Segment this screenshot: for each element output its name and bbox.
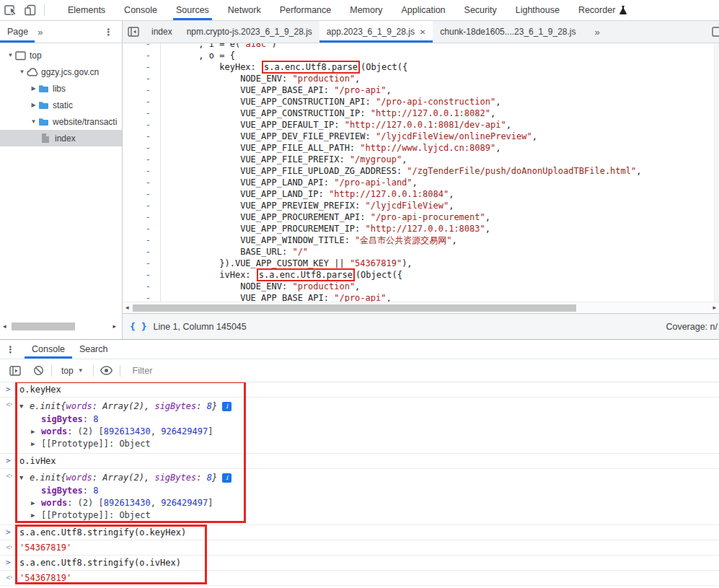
code-line: - VUE_APP_FILE_ALL_PATH: "http://www.lyj…: [123, 142, 719, 154]
drawer-menu-icon[interactable]: ⋮: [6, 340, 25, 359]
object-preview-text: {words: Array(2), sigBytes: 8}: [61, 472, 217, 483]
code-token: ,: [495, 97, 500, 107]
tab-performance[interactable]: Performance: [270, 0, 341, 20]
device-toolbar-icon[interactable]: [20, 0, 40, 20]
string-value: '54367819': [19, 573, 71, 583]
code-text: keyHex: s.a.enc.Utf8.parse(Object({: [160, 61, 407, 73]
tree-expand-icon[interactable]: ▶: [29, 85, 38, 92]
editor-vertical-scrollbar[interactable]: [714, 43, 719, 302]
file-tab-index[interactable]: index: [144, 21, 180, 43]
tree-item-website-transacti[interactable]: ▼website/transacti: [0, 113, 122, 130]
code-text: VUE_APP_BASE_API: "/pro-api",: [160, 292, 392, 302]
tree-item-libs[interactable]: ▶libs: [0, 80, 122, 97]
property-value: 8: [93, 413, 98, 426]
sidebar-horizontal-scrollbar[interactable]: ◂ ▸: [0, 321, 122, 332]
property-name: sigBytes: [41, 485, 83, 497]
gutter-mark: -: [123, 269, 160, 281]
code-token: VUE_APP_FILE_PREFIX:: [240, 154, 350, 164]
hide-navigator-icon[interactable]: [123, 21, 144, 43]
tab-lighthouse[interactable]: Lighthouse: [506, 0, 569, 20]
tab-sources[interactable]: Sources: [167, 0, 219, 20]
triangle-spacer: [31, 413, 41, 426]
expand-triangle-icon[interactable]: ▶: [31, 426, 41, 438]
tab-application[interactable]: Application: [392, 0, 454, 20]
scrollbar-thumb[interactable]: [12, 322, 75, 330]
tree-item-static[interactable]: ▶static: [0, 97, 122, 113]
context-label: top: [61, 366, 74, 376]
console-messages[interactable]: >o.keyHex<·▼e.init {words: Array(2), sig…: [0, 382, 719, 588]
clipped-panel-icon[interactable]: [712, 21, 719, 43]
tab-elements[interactable]: Elements: [58, 0, 115, 20]
scroll-right-icon[interactable]: ▸: [713, 303, 716, 312]
expand-triangle-icon[interactable]: ▶: [31, 497, 41, 509]
tree-item-index[interactable]: index: [0, 130, 122, 146]
expand-triangle-icon[interactable]: ▶: [31, 438, 41, 450]
tree-item-ggzy-jcs-gov-cn[interactable]: ▼ggzy.jcs.gov.cn: [0, 63, 122, 80]
scrollbar-thumb[interactable]: [133, 304, 576, 312]
tree-item-top[interactable]: ▼top: [0, 47, 122, 63]
drawer-tab-bar: ⋮ ConsoleSearch: [0, 340, 719, 359]
close-tab-icon[interactable]: ✕: [420, 28, 425, 36]
tree-item-label: index: [55, 133, 76, 144]
tree-item-label: website/transacti: [53, 117, 117, 127]
tab-network[interactable]: Network: [219, 0, 270, 20]
tab-memory[interactable]: Memory: [340, 0, 392, 20]
clear-console-icon[interactable]: [29, 365, 48, 376]
devtools-main-toolbar: ElementsConsoleSourcesNetworkPerformance…: [0, 0, 719, 21]
code-token: ,: [636, 166, 641, 176]
more-tabs-icon[interactable]: »: [35, 21, 45, 43]
editor-horizontal-scrollbar[interactable]: ◂ ▸: [123, 302, 719, 313]
object-preview[interactable]: ▼e.init {words: Array(2), sigBytes: 8}i: [19, 399, 231, 413]
code-token: "金昌市公共资源交易网": [355, 235, 451, 245]
gutter-mark: -: [123, 107, 160, 119]
expand-triangle-icon[interactable]: ▼: [19, 472, 30, 483]
console-sidebar-icon[interactable]: [6, 366, 25, 376]
expand-triangle-icon[interactable]: ▶: [31, 509, 41, 522]
scroll-left-icon[interactable]: ◂: [125, 303, 129, 312]
scroll-right-icon[interactable]: ▸: [113, 322, 116, 331]
tab-recorder[interactable]: Recorder: [569, 0, 636, 20]
context-selector[interactable]: top ▼: [61, 366, 84, 376]
object-preview[interactable]: ▼e.init {words: Array(2), sigBytes: 8}i: [19, 470, 231, 485]
code-token: "http://127.0.0.1:8084": [329, 189, 449, 199]
tab-label: Memory: [350, 5, 382, 15]
file-tab-npm-crypto-js-2023-6-1-9-28-js[interactable]: npm.crypto-js.2023_6_1_9_28.js: [180, 21, 319, 43]
navigator-menu-icon[interactable]: ⋮: [95, 21, 122, 43]
file-tab-app-2023-6-1-9-28-js[interactable]: app.2023_6_1_9_28.js✕: [319, 21, 433, 43]
filter-input[interactable]: [131, 365, 713, 377]
drawer-tab-search[interactable]: Search: [72, 340, 115, 359]
tree-collapse-icon[interactable]: ▼: [29, 118, 38, 125]
console-result-arrow-icon: <·: [0, 542, 19, 553]
pretty-print-icon[interactable]: { }: [130, 321, 146, 332]
tab-page[interactable]: Page: [0, 21, 35, 43]
chevron-down-icon: ▼: [78, 367, 84, 374]
expand-triangle-icon[interactable]: ▼: [19, 400, 30, 412]
code-token: ,: [355, 74, 360, 84]
code-token: "/pro-api": [334, 85, 386, 95]
filter-field[interactable]: [131, 365, 713, 377]
navigator-header: Page » ⋮: [0, 21, 123, 43]
console-result-object: <·▼e.init {words: Array(2), sigBytes: 8}…: [0, 469, 719, 525]
source-editor[interactable]: - , i = e("a18c")- , o = {- keyHex: s.a.…: [123, 43, 719, 302]
console-input-chevron-icon: >: [0, 527, 19, 538]
drawer-tab-console[interactable]: Console: [25, 340, 72, 359]
tab-security[interactable]: Security: [455, 0, 506, 20]
code-token: }).VUE_APP_CUSTOM_KEY ||: [219, 258, 350, 268]
live-expression-icon[interactable]: [97, 366, 116, 375]
triangle-spacer: [31, 485, 41, 497]
code-token: ,: [449, 189, 454, 199]
tree-expand-icon[interactable]: ▶: [29, 102, 38, 108]
scroll-left-icon[interactable]: ◂: [3, 322, 6, 331]
tab-console[interactable]: Console: [115, 0, 167, 20]
code-text: }).VUE_APP_CUSTOM_KEY || "54367819"),: [160, 258, 413, 269]
tree-collapse-icon[interactable]: ▼: [17, 69, 27, 75]
tree-collapse-icon[interactable]: ▼: [6, 52, 15, 58]
more-file-tabs-icon[interactable]: »: [583, 21, 611, 43]
object-class-name: e.init: [30, 472, 61, 483]
code-text: VUE_APP_BASE_API: "/pro-api",: [160, 84, 392, 96]
file-tab-chunk-18de1605-23-6-1-9-28-js[interactable]: chunk-18de1605....23_6_1_9_28.js: [433, 21, 583, 43]
file-icon: [40, 133, 55, 144]
inspect-element-icon[interactable]: [0, 0, 20, 20]
coverage-status: Coverage: n/: [666, 322, 718, 332]
code-line: - VUE_APP_DEFAULT_IP: "http://127.0.0.1:…: [123, 119, 719, 131]
